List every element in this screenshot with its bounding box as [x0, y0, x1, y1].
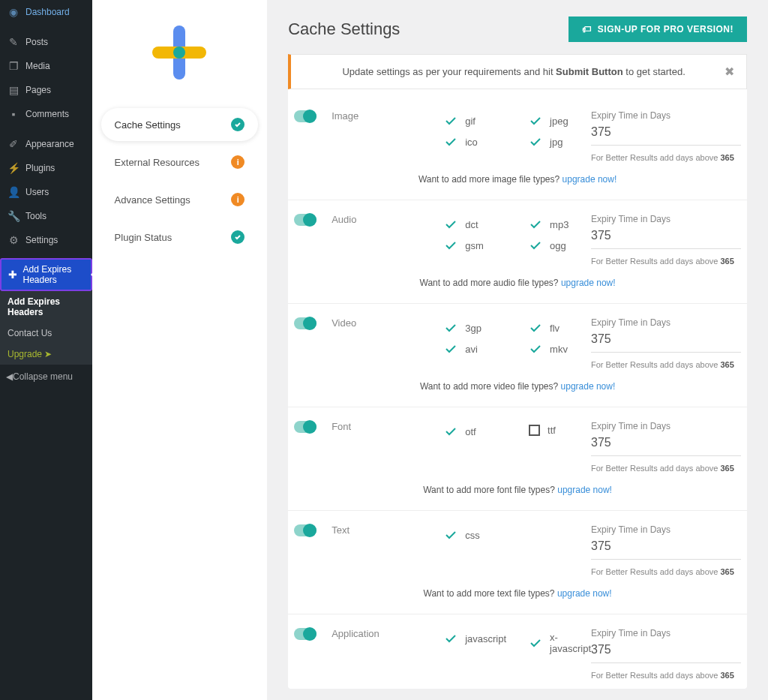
upgrade-link[interactable]: upgrade now! — [561, 278, 616, 288]
collapse-menu[interactable]: ◀Collapse menu — [0, 365, 92, 389]
filetype-label: ogg — [550, 240, 566, 251]
submenu-main[interactable]: Add Expires Headers — [0, 291, 92, 323]
expiry-input[interactable]: 375 — [591, 229, 741, 249]
menu-label: Pages — [26, 85, 51, 95]
collapse-label: Collapse menu — [13, 371, 73, 382]
toggle-font[interactable] — [294, 421, 316, 433]
menu-posts[interactable]: ✎Posts — [0, 30, 92, 54]
tab-label: Advance Settings — [115, 194, 190, 206]
menu-settings[interactable]: ⚙Settings — [0, 228, 92, 252]
filetype-mp3[interactable]: mp3 — [529, 214, 591, 235]
upgrade-link[interactable]: upgrade now! — [561, 381, 616, 392]
menu-label: Settings — [26, 235, 58, 245]
page-title: Cache Settings — [288, 20, 400, 39]
expiry-input[interactable]: 375 — [591, 539, 741, 560]
pin-icon: ✎ — [6, 35, 21, 49]
menu-label: Plugins — [26, 163, 55, 173]
filetype-label: mkv — [550, 344, 568, 355]
section-font: FontotfttfExpiry Time in Days375For Bett… — [288, 407, 747, 511]
check-icon — [529, 135, 542, 149]
section-label: Image — [332, 110, 444, 162]
expiry-input[interactable]: 375 — [591, 643, 741, 663]
toggle-video[interactable] — [294, 317, 316, 329]
notice-text: Update settings as per your requirements… — [342, 66, 556, 77]
user-icon: 👤 — [6, 185, 21, 199]
expiry-label: Expiry Time in Days — [591, 524, 741, 535]
menu-plugins[interactable]: ⚡Plugins — [0, 156, 92, 180]
filetype-label: css — [465, 530, 480, 541]
filetype-gsm[interactable]: gsm — [444, 235, 506, 256]
tab-label: External Resources — [115, 157, 200, 168]
check-icon — [444, 321, 458, 335]
pro-button-label: SIGN-UP FOR PRO VERSION! — [598, 24, 734, 35]
tab-label: Plugin Status — [115, 232, 172, 243]
menu-appearance[interactable]: ✐Appearance — [0, 132, 92, 156]
menu-comments[interactable]: ▪Comments — [0, 102, 92, 126]
signup-pro-button[interactable]: 🏷 SIGN-UP FOR PRO VERSION! — [568, 17, 747, 42]
filetype-gif[interactable]: gif — [444, 110, 506, 131]
expiry-hint: For Better Results add days above 365 — [591, 671, 741, 680]
expiry-label: Expiry Time in Days — [591, 110, 741, 121]
gear-icon: ⚙ — [6, 233, 21, 247]
filetype-ogg[interactable]: ogg — [529, 235, 591, 256]
section-label: Video — [332, 317, 444, 369]
upgrade-link[interactable]: upgrade now! — [557, 588, 612, 599]
check-icon — [444, 528, 458, 542]
info-badge-icon: i — [231, 193, 244, 206]
menu-users[interactable]: 👤Users — [0, 180, 92, 204]
check-icon — [444, 239, 458, 252]
filetype-jpg[interactable]: jpg — [529, 131, 591, 152]
menu-pages[interactable]: ▤Pages — [0, 78, 92, 102]
upgrade-link[interactable]: upgrade now! — [557, 485, 612, 495]
check-icon — [529, 114, 542, 128]
tab-external-resources[interactable]: External Resourcesi — [101, 146, 259, 179]
filetype-flv[interactable]: flv — [529, 317, 591, 338]
plug-icon: ⚡ — [6, 161, 21, 175]
tab-plugin-status[interactable]: Plugin Status — [101, 221, 259, 254]
expiry-hint: For Better Results add days above 365 — [591, 360, 741, 369]
filetype-jpeg[interactable]: jpeg — [529, 110, 591, 131]
filetype-ttf[interactable]: ttf — [529, 421, 591, 440]
check-icon — [444, 632, 458, 645]
toggle-application[interactable] — [294, 628, 316, 640]
menu-tools[interactable]: 🔧Tools — [0, 204, 92, 228]
filetype-x-javascript[interactable]: x-javascript — [529, 628, 591, 658]
filetype-label: x-javascript — [550, 632, 591, 654]
toggle-image[interactable] — [294, 110, 316, 122]
info-badge-icon: i — [231, 155, 244, 169]
filetype-otf[interactable]: otf — [444, 421, 506, 442]
expiry-input[interactable]: 375 — [591, 332, 741, 353]
filetype-css[interactable]: css — [444, 524, 591, 545]
section-image: ImagegificojpegjpgExpiry Time in Days375… — [288, 97, 747, 200]
menu-label: Posts — [26, 37, 48, 47]
expiry-input[interactable]: 375 — [591, 125, 741, 146]
submenu-contact[interactable]: Contact Us — [0, 323, 92, 344]
section-label: Text — [332, 524, 444, 576]
more-text: Want to add more text file types? — [424, 588, 557, 599]
menu-media[interactable]: ❐Media — [0, 54, 92, 78]
more-types-row: Want to add more font file types? upgrad… — [288, 473, 747, 501]
menu-dashboard[interactable]: ◉Dashboard — [0, 0, 92, 24]
section-video: Video3gpaviflvmkvExpiry Time in Days375F… — [288, 304, 747, 407]
section-application: Applicationjavascriptx-javascriptExpiry … — [288, 614, 747, 689]
tab-advance-settings[interactable]: Advance Settingsi — [101, 183, 259, 216]
menu-add-expires-headers[interactable]: ✚ Add Expires Headers — [0, 258, 92, 291]
section-audio: Audiodctgsmmp3oggExpiry Time in Days375F… — [288, 200, 747, 304]
svg-point-2 — [173, 47, 185, 59]
filetype-avi[interactable]: avi — [444, 338, 506, 359]
expiry-input[interactable]: 375 — [591, 436, 741, 456]
filetype-3gp[interactable]: 3gp — [444, 317, 506, 338]
tab-cache-settings[interactable]: Cache Settings — [101, 108, 259, 141]
expiry-hint: For Better Results add days above 365 — [591, 257, 741, 266]
submenu-upgrade[interactable]: Upgrade ➤ — [0, 344, 92, 365]
notice-dismiss[interactable]: ✖ — [724, 65, 734, 79]
filetype-ico[interactable]: ico — [444, 131, 506, 152]
upgrade-link[interactable]: upgrade now! — [562, 174, 617, 185]
filetype-dct[interactable]: dct — [444, 214, 506, 235]
filetype-label: otf — [465, 426, 476, 437]
toggle-text[interactable] — [294, 524, 316, 536]
notice-bold: Submit Button — [556, 66, 623, 77]
toggle-audio[interactable] — [294, 214, 316, 226]
filetype-mkv[interactable]: mkv — [529, 338, 591, 359]
filetype-javascript[interactable]: javascript — [444, 628, 506, 649]
